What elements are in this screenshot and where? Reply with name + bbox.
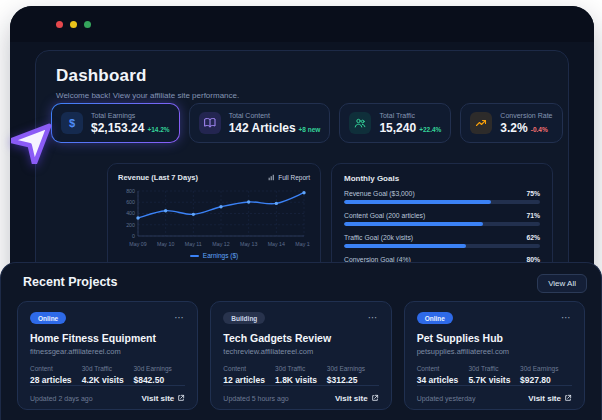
stat-delta: +22.4% bbox=[419, 126, 441, 133]
project-domain: techreview.affiliatereel.com bbox=[223, 347, 378, 356]
project-stat-label: 30d Earnings bbox=[327, 365, 379, 372]
stats-row: $ Total Earnings $2,153.24 +14.2% Total … bbox=[51, 103, 553, 143]
external-link-icon bbox=[177, 394, 185, 402]
goal-row-traffic: Traffic Goal (20k visits) 62% bbox=[344, 234, 540, 248]
stat-label: Conversion Rate bbox=[500, 112, 552, 119]
project-stat-value: 28 articles bbox=[30, 375, 82, 385]
stat-delta: -0.4% bbox=[531, 126, 548, 133]
page-subtitle: Welcome back! View your affiliate site p… bbox=[56, 91, 568, 100]
projects-row: Online ⋯ Home Fitness Equipment fitnessg… bbox=[17, 301, 585, 410]
stat-card-conversion-rate[interactable]: Conversion Rate 3.2% -0.4% bbox=[460, 103, 562, 143]
revenue-chart: May 09May 10May 11May 12May 13May 14May … bbox=[118, 187, 310, 249]
stat-delta: +14.2% bbox=[147, 126, 169, 133]
stat-label: Total Content bbox=[229, 112, 321, 119]
project-stat-value: 1.8K visits bbox=[275, 375, 327, 385]
project-card-home-fitness[interactable]: Online ⋯ Home Fitness Equipment fitnessg… bbox=[17, 301, 198, 410]
full-report-button[interactable]: Full Report bbox=[268, 174, 310, 181]
progress-bar bbox=[344, 222, 540, 226]
stat-card-total-content[interactable]: Total Content 142 Articles +8 new bbox=[189, 103, 331, 143]
goal-label: Traffic Goal (20k visits) bbox=[344, 234, 413, 241]
progress-bar bbox=[344, 244, 540, 248]
stat-card-total-earnings[interactable]: $ Total Earnings $2,153.24 +14.2% bbox=[51, 103, 180, 143]
window-maximize-button[interactable] bbox=[84, 21, 91, 28]
status-badge: Building bbox=[223, 312, 265, 324]
stat-delta: +8 new bbox=[299, 126, 321, 133]
project-stat-value: 5.7K visits bbox=[468, 375, 520, 385]
users-icon bbox=[349, 112, 371, 134]
dollar-icon: $ bbox=[61, 112, 83, 134]
stat-value: $2,153.24 bbox=[91, 121, 144, 135]
project-stat-label: 30d Traffic bbox=[468, 365, 520, 372]
svg-text:400: 400 bbox=[126, 210, 135, 216]
more-options-button[interactable]: ⋯ bbox=[561, 315, 572, 321]
project-stat-value: 34 articles bbox=[417, 375, 469, 385]
page-title: Dashboard bbox=[56, 66, 568, 86]
goal-row-revenue: Revenue Goal ($3,000) 75% bbox=[344, 190, 540, 204]
project-card-pet-supplies[interactable]: Online ⋯ Pet Supplies Hub petsupplies.af… bbox=[404, 301, 585, 410]
project-updated: Updated yesterday bbox=[417, 395, 476, 402]
project-stat-value: 4.2K visits bbox=[82, 375, 134, 385]
project-domain: fitnessgear.affiliatereel.com bbox=[30, 347, 185, 356]
trending-up-icon bbox=[470, 112, 492, 134]
svg-text:May 09: May 09 bbox=[129, 241, 146, 247]
progress-bar bbox=[344, 200, 540, 204]
chart-legend: Earnings ($) bbox=[118, 252, 310, 259]
svg-text:May 11: May 11 bbox=[185, 241, 202, 247]
progress-fill bbox=[344, 222, 483, 226]
progress-fill bbox=[344, 244, 466, 248]
svg-text:0: 0 bbox=[132, 233, 135, 239]
project-stat-value: $842.50 bbox=[133, 375, 185, 385]
bar-chart-icon bbox=[268, 174, 275, 181]
project-stat-label: Content bbox=[30, 365, 82, 372]
project-stat-label: 30d Earnings bbox=[520, 365, 572, 372]
project-stat-value: 12 articles bbox=[223, 375, 275, 385]
chart-title: Revenue (Last 7 Days) bbox=[118, 173, 198, 182]
project-updated: Updated 5 hours ago bbox=[223, 395, 288, 402]
window-titlebar bbox=[10, 6, 594, 42]
external-link-icon bbox=[564, 394, 572, 402]
project-stat-label: Content bbox=[417, 365, 469, 372]
more-options-button[interactable]: ⋯ bbox=[368, 315, 379, 321]
stat-label: Total Traffic bbox=[379, 112, 441, 119]
project-stat-label: 30d Traffic bbox=[275, 365, 327, 372]
goal-percent: 75% bbox=[526, 190, 540, 197]
stat-label: Total Earnings bbox=[91, 112, 170, 119]
svg-text:May 13: May 13 bbox=[240, 241, 257, 247]
svg-text:May 14: May 14 bbox=[268, 241, 285, 247]
recent-projects-panel: Recent Projects View All Online ⋯ Home F… bbox=[0, 262, 602, 420]
goal-label: Revenue Goal ($3,000) bbox=[344, 190, 415, 197]
svg-text:800: 800 bbox=[126, 188, 135, 194]
window-minimize-button[interactable] bbox=[70, 21, 77, 28]
legend-line-swatch bbox=[190, 255, 199, 257]
project-stat-label: 30d Earnings bbox=[133, 365, 185, 372]
goal-row-content: Content Goal (200 articles) 71% bbox=[344, 212, 540, 226]
project-stat-label: Content bbox=[223, 365, 275, 372]
svg-text:200: 200 bbox=[126, 222, 135, 228]
progress-fill bbox=[344, 200, 491, 204]
svg-text:May 12: May 12 bbox=[212, 241, 229, 247]
external-link-icon bbox=[371, 394, 379, 402]
open-book-icon bbox=[199, 112, 221, 134]
project-title: Home Fitness Equipment bbox=[30, 332, 185, 344]
stat-card-total-traffic[interactable]: Total Traffic 15,240 +22.4% bbox=[339, 103, 451, 143]
project-title: Tech Gadgets Review bbox=[223, 332, 378, 344]
visit-site-link[interactable]: Visit site bbox=[335, 394, 379, 403]
svg-text:May 10: May 10 bbox=[157, 241, 174, 247]
svg-text:May 15: May 15 bbox=[295, 241, 310, 247]
project-stat-value: $927.80 bbox=[520, 375, 572, 385]
project-title: Pet Supplies Hub bbox=[417, 332, 572, 344]
goals-title: Monthly Goals bbox=[344, 174, 540, 183]
visit-site-link[interactable]: Visit site bbox=[142, 394, 186, 403]
stat-value: 15,240 bbox=[379, 121, 416, 135]
visit-site-link[interactable]: Visit site bbox=[528, 394, 572, 403]
goal-percent: 71% bbox=[526, 212, 540, 219]
recent-projects-heading: Recent Projects bbox=[23, 275, 117, 289]
goal-label: Content Goal (200 articles) bbox=[344, 212, 425, 219]
project-card-tech-gadgets[interactable]: Building ⋯ Tech Gadgets Review techrevie… bbox=[210, 301, 391, 410]
project-updated: Updated 2 days ago bbox=[30, 395, 93, 402]
window-close-button[interactable] bbox=[56, 21, 63, 28]
status-badge: Online bbox=[417, 312, 453, 324]
more-options-button[interactable]: ⋯ bbox=[174, 315, 185, 321]
view-all-button[interactable]: View All bbox=[537, 274, 587, 293]
stat-value: 142 Articles bbox=[229, 121, 296, 135]
